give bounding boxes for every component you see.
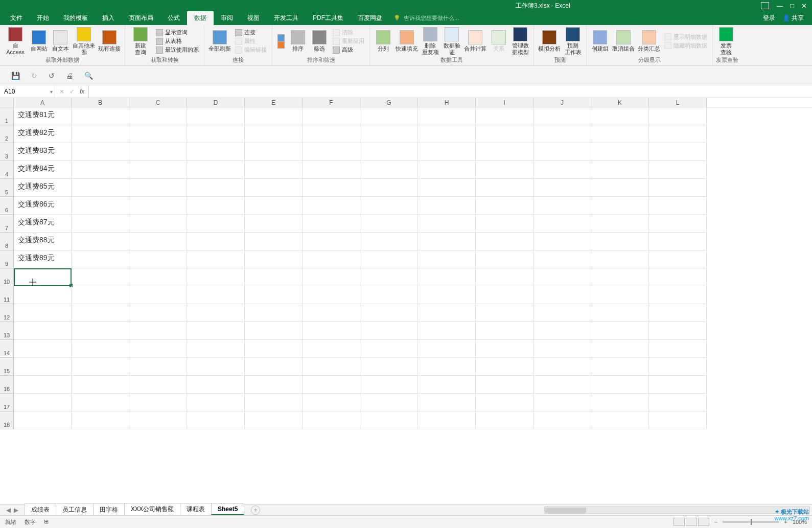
cell-I13[interactable] (476, 322, 533, 340)
cell-K4[interactable] (591, 161, 649, 179)
cell-D11[interactable] (187, 286, 245, 304)
row-header-3[interactable]: 3 (0, 143, 14, 161)
flash-fill-button[interactable]: 快速填充 (395, 30, 419, 52)
cell-I18[interactable] (476, 411, 533, 429)
cell-E11[interactable] (245, 286, 303, 304)
cell-C8[interactable] (129, 233, 187, 250)
cell-E18[interactable] (245, 411, 303, 429)
data-validation-button[interactable]: 数据验 证 (442, 27, 462, 55)
cell-G3[interactable] (360, 143, 418, 161)
cell-D7[interactable] (187, 215, 245, 233)
cell-L3[interactable] (649, 143, 707, 161)
cell-C3[interactable] (129, 143, 187, 161)
cell-K11[interactable] (591, 286, 649, 304)
cell-C11[interactable] (129, 286, 187, 304)
formula-input[interactable] (89, 85, 812, 98)
tab-data[interactable]: 数据 (187, 11, 214, 25)
sheet-nav-next[interactable]: ▶ (14, 507, 18, 514)
cell-H16[interactable] (418, 376, 476, 394)
confirm-edit-button[interactable]: ✓ (69, 88, 75, 95)
cell-H12[interactable] (418, 304, 476, 322)
cell-C7[interactable] (129, 215, 187, 233)
cell-L4[interactable] (649, 161, 707, 179)
cell-C6[interactable] (129, 197, 187, 215)
cell-L7[interactable] (649, 215, 707, 233)
cell-E3[interactable] (245, 143, 303, 161)
row-header-9[interactable]: 9 (0, 250, 14, 268)
existing-conn-button[interactable]: 现有连接 (97, 30, 122, 52)
cell-L2[interactable] (649, 125, 707, 143)
login-link[interactable]: 登录 (763, 14, 775, 22)
sheet-tab-3[interactable]: XXX公司销售额 (124, 503, 180, 516)
cell-J7[interactable] (533, 215, 591, 233)
name-box[interactable]: A10▾ (0, 85, 55, 98)
col-header-F[interactable]: F (303, 98, 360, 107)
cell-E15[interactable] (245, 358, 303, 376)
cell-B7[interactable] (72, 215, 129, 233)
cell-E7[interactable] (245, 215, 303, 233)
row-header-4[interactable]: 4 (0, 161, 14, 179)
cell-L10[interactable] (649, 268, 707, 286)
preview-button[interactable]: 🔍 (84, 72, 93, 80)
cell-E13[interactable] (245, 322, 303, 340)
cell-J17[interactable] (533, 394, 591, 411)
tab-file[interactable]: 文件 (3, 11, 30, 25)
cancel-edit-button[interactable]: ✕ (59, 88, 64, 95)
cell-H2[interactable] (418, 125, 476, 143)
cell-H1[interactable] (418, 107, 476, 125)
cell-D16[interactable] (187, 376, 245, 394)
sheet-tab-1[interactable]: 员工信息 (56, 503, 94, 516)
cell-H5[interactable] (418, 179, 476, 197)
cell-C14[interactable] (129, 340, 187, 358)
col-header-G[interactable]: G (360, 98, 418, 107)
cell-D3[interactable] (187, 143, 245, 161)
cell-B3[interactable] (72, 143, 129, 161)
cell-B1[interactable] (72, 107, 129, 125)
tab-formulas[interactable]: 公式 (160, 11, 187, 25)
cell-D1[interactable] (187, 107, 245, 125)
cell-H6[interactable] (418, 197, 476, 215)
col-header-J[interactable]: J (533, 98, 591, 107)
save-button[interactable]: 💾 (11, 72, 20, 80)
cell-J9[interactable] (533, 250, 591, 268)
print-button[interactable]: 🖨 (66, 72, 73, 80)
cell-F7[interactable] (303, 215, 360, 233)
cell-B2[interactable] (72, 125, 129, 143)
cell-H11[interactable] (418, 286, 476, 304)
recent-sources-button[interactable]: 最近使用的源 (156, 46, 199, 54)
tab-insert[interactable]: 插入 (95, 11, 122, 25)
col-header-C[interactable]: C (129, 98, 187, 107)
cell-E8[interactable] (245, 233, 303, 250)
cell-E9[interactable] (245, 250, 303, 268)
ungroup-button[interactable]: 取消组合 (611, 30, 636, 52)
cell-B16[interactable] (72, 376, 129, 394)
cell-J1[interactable] (533, 107, 591, 125)
tab-pdf[interactable]: PDF工具集 (306, 11, 351, 25)
cell-D9[interactable] (187, 250, 245, 268)
col-header-I[interactable]: I (476, 98, 533, 107)
cell-A13[interactable] (14, 322, 72, 340)
cell-D17[interactable] (187, 394, 245, 411)
cell-D5[interactable] (187, 179, 245, 197)
cell-J3[interactable] (533, 143, 591, 161)
cell-A17[interactable] (14, 394, 72, 411)
cell-L8[interactable] (649, 233, 707, 250)
cell-F14[interactable] (303, 340, 360, 358)
cell-F3[interactable] (303, 143, 360, 161)
row-header-12[interactable]: 12 (0, 304, 14, 322)
cell-L16[interactable] (649, 376, 707, 394)
cell-F16[interactable] (303, 376, 360, 394)
cell-I9[interactable] (476, 250, 533, 268)
col-header-L[interactable]: L (649, 98, 707, 107)
cell-A3[interactable]: 交通费83元 (14, 143, 72, 161)
cell-G7[interactable] (360, 215, 418, 233)
cell-K10[interactable] (591, 268, 649, 286)
cell-J4[interactable] (533, 161, 591, 179)
cell-I15[interactable] (476, 358, 533, 376)
cell-B5[interactable] (72, 179, 129, 197)
cell-G10[interactable] (360, 268, 418, 286)
cell-H4[interactable] (418, 161, 476, 179)
cell-K16[interactable] (591, 376, 649, 394)
cell-B15[interactable] (72, 358, 129, 376)
col-header-D[interactable]: D (187, 98, 245, 107)
